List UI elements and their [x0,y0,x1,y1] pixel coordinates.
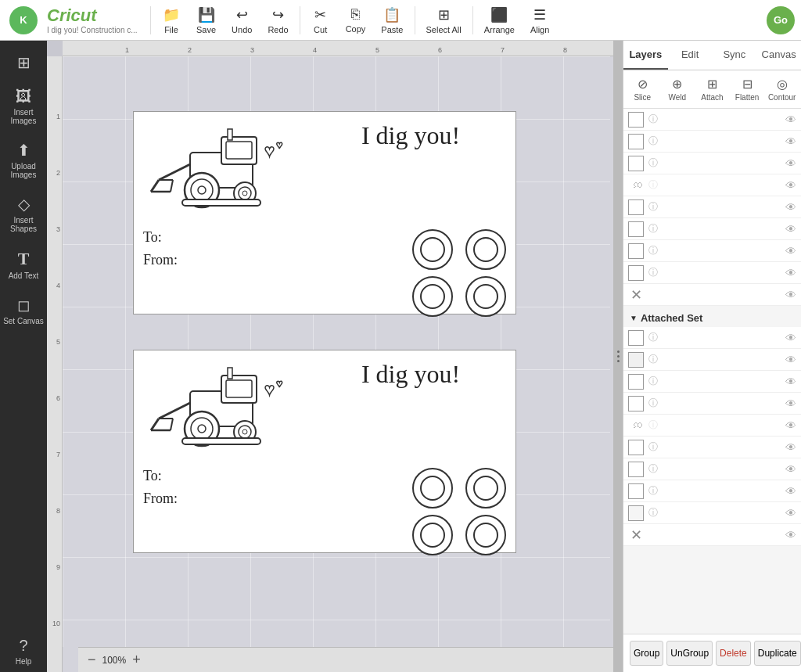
flatten-button[interactable]: ⊟ Flatten [730,74,765,105]
slice-button[interactable]: ⊘ Slice [625,74,660,105]
svg-point-32 [242,429,247,434]
layer-row-3[interactable]: ⓘ 👁 [623,153,801,174]
card-2-circle-col-1 [412,468,453,555]
ungroup-button[interactable]: UnGroup [666,641,713,666]
group-button[interactable]: Group [630,641,663,666]
paste-button[interactable]: 📋 Paste [373,3,411,38]
attached-layer-row-10[interactable]: ✕ 👁 [623,524,801,546]
layer-visibility-6[interactable]: 👁 [785,223,796,235]
delete-button[interactable]: Delete [716,641,751,666]
layer-row-1[interactable]: ⓘ 👁 [623,109,801,131]
layer-visibility-5[interactable]: 👁 [785,201,796,214]
attached-layer-visibility-6[interactable]: 👁 [785,441,796,454]
canvas-inner[interactable]: ♥ ♥ I dig you! To: [63,56,613,672]
layer-visibility-9[interactable]: 👁 [785,289,796,301]
select-all-button[interactable]: ⊞ Select All [418,3,469,38]
attached-layer-row-9[interactable]: ⓘ 👁 [623,502,801,524]
duplicate-button[interactable]: Duplicate [754,641,801,666]
attached-layer-visibility-9[interactable]: 👁 [785,507,796,519]
svg-text:♥: ♥ [264,141,275,160]
layer-visibility-1[interactable]: 👁 [785,113,796,126]
canvas-area[interactable]: 123456789 1234567891011 [47,41,613,672]
layer-info-icon-8: ⓘ [647,267,659,279]
canvas-icon: ◻ [17,296,31,314]
attached-layer-row-7[interactable]: ⓘ 👁 [623,458,801,480]
attached-layer-row-1[interactable]: ⓘ 👁 [623,327,801,349]
svg-point-29 [198,425,206,433]
go-button[interactable]: Go [767,6,795,34]
canvas-scroll[interactable]: ♥ ♥ I dig you! To: [63,56,613,647]
sidebar-item-text[interactable]: T Add Text [0,243,47,286]
panel-resize-handle[interactable] [613,41,623,672]
layer-visibility-7[interactable]: 👁 [785,245,796,257]
attached-layer-visibility-7[interactable]: 👁 [785,463,796,476]
card-2-to: To: [143,468,403,484]
sidebar-images-label: Insert Images [3,108,44,125]
attach-button[interactable]: ⊞ Attach [695,74,730,105]
sidebar-item-shapes[interactable]: ◇ Insert Shapes [0,189,47,239]
zoom-out-button[interactable]: − [88,652,96,668]
tab-sync[interactable]: Sync [713,41,757,70]
align-button[interactable]: ☰ Align [523,3,557,38]
undo-button[interactable]: ↩ Undo [224,3,260,38]
sidebar-item-help[interactable]: ? Help [0,631,47,672]
redo-button[interactable]: ↪ Redo [260,3,296,38]
attached-layer-visibility-3[interactable]: 👁 [785,376,796,388]
cut-button[interactable]: ✂ Cut [304,3,338,38]
attached-layer-thumb-3 [628,374,644,390]
attached-layer-visibility-2[interactable]: 👁 [785,354,796,366]
layer-visibility-3[interactable]: 👁 [785,157,796,170]
sidebar-help-label: Help [16,657,32,666]
attached-layer-row-3[interactable]: ⓘ 👁 [623,371,801,393]
contour-button[interactable]: ◎ Contour [764,74,799,105]
layer-row-8[interactable]: ⓘ 👁 [623,262,801,284]
contour-label: Contour [768,93,796,102]
layer-row-4[interactable]: ꩡ ⓘ 👁 [623,174,801,196]
copy-button[interactable]: ⎘ Copy [338,3,374,37]
tab-canvas[interactable]: Canvas [756,41,801,70]
sidebar-item-canvas[interactable]: ◻ Set Canvas [0,289,47,332]
cut-label: Cut [314,25,327,34]
attached-layer-row-4[interactable]: ⓘ 👁 [623,393,801,415]
layer-row-2[interactable]: ⓘ 👁 [623,131,801,153]
tab-layers[interactable]: Layers [623,41,668,70]
attached-layer-thumb-4 [628,396,644,411]
attached-layer-visibility-4[interactable]: 👁 [785,397,796,410]
layer-row-6[interactable]: ⓘ 👁 [623,218,801,240]
attached-layer-row-2[interactable]: ⓘ 👁 [623,349,801,371]
attached-layer-visibility-10[interactable]: 👁 [785,529,796,541]
layer-visibility-2[interactable]: 👁 [785,135,796,148]
layer-row-7[interactable]: ⓘ 👁 [623,240,801,262]
sidebar-item-images[interactable]: 🖼 Insert Images [0,81,47,131]
card-2-labels: To: From: [143,468,403,513]
sidebar-item-upload[interactable]: ⬆ Upload Images [0,135,47,185]
attached-layer-visibility-8[interactable]: 👁 [785,485,796,498]
layer-visibility-8[interactable]: 👁 [785,267,796,279]
copy-icon: ⎘ [351,6,360,23]
card-1-dig-you: I dig you! [361,121,460,150]
attached-layer-visibility-5[interactable]: 👁 [785,419,796,432]
tab-edit[interactable]: Edit [668,41,713,70]
redo-icon: ↪ [272,6,284,23]
attached-layer-row-6[interactable]: ⓘ 👁 [623,437,801,458]
layer-row-5[interactable]: ⓘ 👁 [623,196,801,218]
attached-layer-row-5[interactable]: ꩡ ⓘ 👁 [623,415,801,437]
weld-button[interactable]: ⊕ Weld [660,74,695,105]
attached-layer-visibility-1[interactable]: 👁 [785,332,796,344]
layer-visibility-4[interactable]: 👁 [785,179,796,192]
layers-list[interactable]: ⓘ 👁 ⓘ 👁 ⓘ 👁 ꩡ ⓘ 👁 [623,109,801,634]
zoom-in-button[interactable]: + [132,652,141,668]
arrange-button[interactable]: ⬛ Arrange [476,3,523,38]
card-1-to: To: [143,229,403,246]
upload-icon: ⬆ [17,141,31,160]
toolbar-separator-4 [472,6,473,34]
svg-point-11 [198,186,206,194]
file-menu-button[interactable]: 📁 File [154,3,189,38]
user-avatar[interactable]: K [9,6,38,34]
sidebar-item-new[interactable]: ⊞ [0,47,47,78]
svg-text:♥: ♥ [276,377,282,390]
layer-row-9[interactable]: ✕ 👁 [623,284,801,306]
attached-layer-row-8[interactable]: ⓘ 👁 [623,480,801,502]
save-button[interactable]: 💾 Save [189,3,224,38]
attached-set-header[interactable]: ▼ Attached Set [623,306,801,327]
